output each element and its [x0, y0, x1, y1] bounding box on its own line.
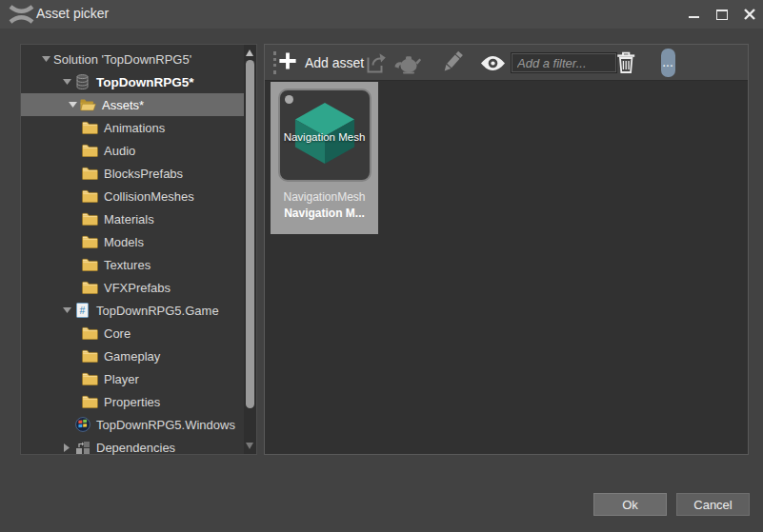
edit-icon[interactable] — [440, 49, 466, 75]
folder-icon — [82, 372, 98, 385]
maximize-icon[interactable] — [715, 9, 728, 21]
expand-arrow-icon[interactable] — [38, 56, 53, 62]
folder-icon — [82, 121, 98, 134]
expand-arrow-icon[interactable] — [65, 102, 80, 108]
tree-item-dependencies[interactable]: Dependencies — [21, 436, 244, 459]
collapse-arrow-icon[interactable] — [59, 443, 74, 452]
tree-item-core[interactable]: Core — [21, 322, 244, 345]
tree-item-label: VFXPrefabs — [104, 281, 176, 295]
tree-item-label: BlocksPrefabs — [104, 167, 189, 181]
tree-item-player[interactable]: Player — [21, 367, 244, 390]
tree-item-properties[interactable]: Properties — [21, 390, 244, 413]
asset-picker-dialog: Asset picker Solution 'TopDownRPG5'TopDo… — [0, 0, 763, 532]
asset-tile-navigationmesh[interactable]: Navigation MeshNavigationMeshNavigation … — [271, 82, 378, 234]
add-icon — [278, 51, 297, 74]
cancel-button[interactable]: Cancel — [676, 493, 750, 516]
folder-icon — [82, 189, 98, 203]
tree-item-label: Dependencies — [96, 441, 181, 455]
folder-open-icon — [80, 98, 96, 111]
asset-toolbar: Add asset — [265, 45, 748, 81]
scroll-down-icon[interactable] — [246, 443, 253, 449]
tree-item-label: Assets* — [102, 98, 150, 112]
tree-item-label: Audio — [104, 144, 141, 158]
teapot-icon[interactable] — [392, 52, 422, 74]
asset-type-label: Navigation M... — [271, 207, 378, 220]
asset-thumbnail[interactable]: Navigation Mesh — [278, 89, 371, 182]
toolbar-grip-icon[interactable] — [273, 51, 276, 74]
tree-item-topdownrpg5[interactable]: TopDownRPG5* — [21, 70, 244, 93]
dialog-title: Asset picker — [36, 6, 109, 21]
tree-item-label: Animations — [104, 121, 171, 135]
tree-item-label: Materials — [104, 212, 160, 227]
tree-item-label: Textures — [104, 258, 156, 272]
add-asset-label: Add asset — [305, 55, 364, 70]
scrollbar-thumb[interactable] — [246, 60, 254, 408]
tree-item-label: Properties — [104, 395, 166, 409]
tree-item-animations[interactable]: Animations — [21, 116, 244, 139]
scroll-up-icon[interactable] — [246, 49, 253, 56]
delete-icon[interactable] — [616, 51, 635, 74]
tree-item-textures[interactable]: Textures — [21, 253, 244, 276]
tree-item-solution-topdownrpg5[interactable]: Solution 'TopDownRPG5' — [21, 48, 244, 70]
tree-item-label: TopDownRPG5.Windows — [96, 418, 241, 432]
tree-scrollbar[interactable] — [244, 45, 256, 454]
tree-item-label: TopDownRPG5.Game — [96, 304, 225, 318]
tree-item-collisionmeshes[interactable]: CollisionMeshes — [21, 185, 244, 207]
tree-item-label: TopDownRPG5* — [96, 75, 200, 89]
tree-item-vfxprefabs[interactable]: VFXPrefabs — [21, 276, 244, 299]
tree-item-label: Player — [104, 372, 145, 386]
tree-item-label: CollisionMeshes — [104, 189, 200, 204]
stride-logo-icon — [9, 5, 34, 28]
folder-icon — [82, 167, 98, 180]
windows-project-icon — [74, 417, 90, 432]
tree-item-label: Solution 'TopDownRPG5' — [53, 52, 197, 67]
solution-tree: Solution 'TopDownRPG5'TopDownRPG5*Assets… — [21, 48, 244, 459]
eye-icon[interactable] — [480, 55, 506, 71]
tree-item-audio[interactable]: Audio — [21, 139, 244, 162]
tree-item-models[interactable]: Models — [21, 230, 244, 253]
thumbnail-caption: Navigation Mesh — [274, 131, 375, 143]
tree-item-blocksprefabs[interactable]: BlocksPrefabs — [21, 162, 244, 185]
tree-item-topdownrpg5-windows[interactable]: TopDownRPG5.Windows — [21, 413, 244, 436]
minimize-icon[interactable] — [688, 9, 700, 21]
folder-icon — [82, 258, 98, 271]
window-controls — [688, 0, 755, 29]
tree-item-label: Core — [104, 326, 136, 341]
folder-icon — [82, 349, 98, 363]
close-icon[interactable] — [743, 9, 755, 21]
folder-icon — [82, 212, 98, 226]
csharp-project-icon: # — [74, 303, 90, 318]
overflow-icon[interactable]: ... — [661, 49, 675, 77]
tree-item-topdownrpg5-game[interactable]: #TopDownRPG5.Game — [21, 299, 244, 322]
folder-icon — [82, 326, 98, 340]
ok-button[interactable]: Ok — [593, 493, 667, 516]
expand-arrow-icon[interactable] — [59, 79, 74, 85]
tree-item-materials[interactable]: Materials — [21, 207, 244, 230]
solution-tree-panel: Solution 'TopDownRPG5'TopDownRPG5*Assets… — [20, 44, 257, 455]
filter-input[interactable] — [511, 52, 617, 73]
tree-item-label: Models — [104, 235, 150, 249]
folder-icon — [82, 144, 98, 157]
title-bar[interactable]: Asset picker — [0, 0, 763, 29]
asset-name: NavigationMesh — [271, 190, 378, 204]
asset-grid: Navigation MeshNavigationMeshNavigation … — [265, 81, 748, 454]
tree-item-assets[interactable]: Assets* — [21, 93, 244, 116]
svg-text:#: # — [80, 305, 86, 316]
project-database-icon — [74, 74, 90, 89]
tree-item-label: Gameplay — [104, 349, 166, 364]
folder-icon — [82, 235, 98, 248]
expand-arrow-icon[interactable] — [59, 307, 74, 313]
import-asset-icon[interactable] — [366, 52, 389, 74]
asset-view-panel: Add asset — [264, 44, 749, 455]
dependencies-icon — [74, 441, 90, 455]
tree-item-gameplay[interactable]: Gameplay — [21, 345, 244, 367]
add-asset-button[interactable]: Add asset — [278, 45, 364, 81]
folder-icon — [82, 395, 98, 408]
folder-icon — [82, 281, 98, 294]
